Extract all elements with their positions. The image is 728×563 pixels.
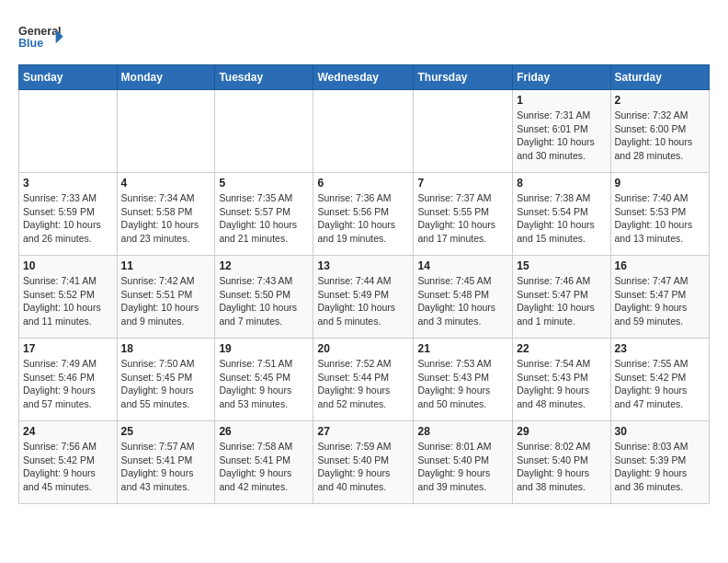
day-number: 22 [517,342,606,355]
day-info: Sunrise: 7:57 AM Sunset: 5:41 PM Dayligh… [121,440,211,494]
calendar-cell [215,90,313,173]
calendar-table: SundayMondayTuesdayWednesdayThursdayFrid… [18,64,710,504]
calendar-cell: 5Sunrise: 7:35 AM Sunset: 5:57 PM Daylig… [215,173,313,256]
calendar-week-4: 17Sunrise: 7:49 AM Sunset: 5:46 PM Dayli… [19,339,710,421]
weekday-header-friday: Friday [513,65,610,90]
calendar-cell: 17Sunrise: 7:49 AM Sunset: 5:46 PM Dayli… [19,339,118,421]
calendar-cell: 26Sunrise: 7:58 AM Sunset: 5:41 PM Dayli… [215,421,313,504]
day-info: Sunrise: 8:03 AM Sunset: 5:39 PM Dayligh… [615,440,705,494]
day-number: 1 [517,94,606,107]
day-number: 10 [23,259,113,272]
day-info: Sunrise: 8:02 AM Sunset: 5:40 PM Dayligh… [517,440,606,494]
calendar-cell [313,90,414,173]
calendar-cell [117,90,215,173]
calendar-cell: 13Sunrise: 7:44 AM Sunset: 5:49 PM Dayli… [313,256,414,339]
calendar-cell: 8Sunrise: 7:38 AM Sunset: 5:54 PM Daylig… [513,173,610,256]
day-number: 12 [219,259,309,272]
calendar-cell: 18Sunrise: 7:50 AM Sunset: 5:45 PM Dayli… [117,339,215,421]
day-info: Sunrise: 7:32 AM Sunset: 6:00 PM Dayligh… [615,109,705,163]
calendar-cell: 16Sunrise: 7:47 AM Sunset: 5:47 PM Dayli… [610,256,709,339]
calendar-week-5: 24Sunrise: 7:56 AM Sunset: 5:42 PM Dayli… [19,421,710,504]
calendar-cell: 12Sunrise: 7:43 AM Sunset: 5:50 PM Dayli… [215,256,313,339]
day-info: Sunrise: 7:51 AM Sunset: 5:45 PM Dayligh… [219,357,309,411]
day-info: Sunrise: 7:46 AM Sunset: 5:47 PM Dayligh… [517,274,606,328]
day-info: Sunrise: 7:35 AM Sunset: 5:57 PM Dayligh… [219,191,309,246]
calendar-cell: 29Sunrise: 8:02 AM Sunset: 5:40 PM Dayli… [513,421,610,504]
day-number: 13 [317,259,409,272]
calendar-cell: 2Sunrise: 7:32 AM Sunset: 6:00 PM Daylig… [610,90,709,173]
day-number: 15 [517,259,606,272]
logo: GeneralBlue [18,18,64,55]
calendar-cell: 7Sunrise: 7:37 AM Sunset: 5:55 PM Daylig… [414,173,513,256]
calendar-cell: 20Sunrise: 7:52 AM Sunset: 5:44 PM Dayli… [313,339,414,421]
day-info: Sunrise: 7:45 AM Sunset: 5:48 PM Dayligh… [417,274,508,328]
day-number: 3 [23,177,113,190]
logo-svg: GeneralBlue [18,18,64,55]
calendar-cell: 9Sunrise: 7:40 AM Sunset: 5:53 PM Daylig… [610,173,709,256]
calendar-cell: 25Sunrise: 7:57 AM Sunset: 5:41 PM Dayli… [117,421,215,504]
day-info: Sunrise: 7:42 AM Sunset: 5:51 PM Dayligh… [121,274,211,328]
day-number: 18 [121,342,211,355]
day-info: Sunrise: 7:36 AM Sunset: 5:56 PM Dayligh… [317,191,409,246]
calendar-cell: 11Sunrise: 7:42 AM Sunset: 5:51 PM Dayli… [117,256,215,339]
day-info: Sunrise: 7:41 AM Sunset: 5:52 PM Dayligh… [23,274,113,328]
weekday-header-row: SundayMondayTuesdayWednesdayThursdayFrid… [19,65,710,90]
calendar-cell: 23Sunrise: 7:55 AM Sunset: 5:42 PM Dayli… [610,339,709,421]
day-number: 4 [121,177,211,190]
day-number: 29 [517,425,606,438]
day-number: 21 [417,342,508,355]
day-info: Sunrise: 7:37 AM Sunset: 5:55 PM Dayligh… [417,191,508,246]
day-number: 9 [615,177,705,190]
calendar-cell: 28Sunrise: 8:01 AM Sunset: 5:40 PM Dayli… [414,421,513,504]
day-number: 5 [219,177,309,190]
day-info: Sunrise: 7:33 AM Sunset: 5:59 PM Dayligh… [23,191,113,246]
day-number: 30 [615,425,705,438]
day-info: Sunrise: 7:47 AM Sunset: 5:47 PM Dayligh… [615,274,705,328]
weekday-header-monday: Monday [117,65,215,90]
calendar-cell: 19Sunrise: 7:51 AM Sunset: 5:45 PM Dayli… [215,339,313,421]
day-info: Sunrise: 7:55 AM Sunset: 5:42 PM Dayligh… [615,357,705,411]
calendar-week-3: 10Sunrise: 7:41 AM Sunset: 5:52 PM Dayli… [19,256,710,339]
calendar-cell: 22Sunrise: 7:54 AM Sunset: 5:43 PM Dayli… [513,339,610,421]
day-number: 23 [615,342,705,355]
day-number: 2 [615,94,705,107]
day-number: 14 [417,259,508,272]
day-number: 27 [317,425,409,438]
calendar-cell: 1Sunrise: 7:31 AM Sunset: 6:01 PM Daylig… [513,90,610,173]
day-number: 16 [615,259,705,272]
calendar-cell: 4Sunrise: 7:34 AM Sunset: 5:58 PM Daylig… [117,173,215,256]
weekday-header-thursday: Thursday [414,65,513,90]
day-number: 7 [417,177,508,190]
calendar-cell: 10Sunrise: 7:41 AM Sunset: 5:52 PM Dayli… [19,256,118,339]
day-info: Sunrise: 7:38 AM Sunset: 5:54 PM Dayligh… [517,191,606,246]
day-info: Sunrise: 7:54 AM Sunset: 5:43 PM Dayligh… [517,357,606,411]
day-info: Sunrise: 8:01 AM Sunset: 5:40 PM Dayligh… [417,440,508,494]
page-header: GeneralBlue [18,18,710,55]
day-info: Sunrise: 7:53 AM Sunset: 5:43 PM Dayligh… [417,357,508,411]
day-info: Sunrise: 7:34 AM Sunset: 5:58 PM Dayligh… [121,191,211,246]
day-number: 20 [317,342,409,355]
calendar-cell: 3Sunrise: 7:33 AM Sunset: 5:59 PM Daylig… [19,173,118,256]
calendar-cell: 27Sunrise: 7:59 AM Sunset: 5:40 PM Dayli… [313,421,414,504]
calendar-cell: 6Sunrise: 7:36 AM Sunset: 5:56 PM Daylig… [313,173,414,256]
day-info: Sunrise: 7:49 AM Sunset: 5:46 PM Dayligh… [23,357,113,411]
calendar-week-2: 3Sunrise: 7:33 AM Sunset: 5:59 PM Daylig… [19,173,710,256]
day-number: 19 [219,342,309,355]
weekday-header-saturday: Saturday [610,65,709,90]
svg-text:Blue: Blue [18,37,43,50]
day-info: Sunrise: 7:43 AM Sunset: 5:50 PM Dayligh… [219,274,309,328]
calendar-cell: 14Sunrise: 7:45 AM Sunset: 5:48 PM Dayli… [414,256,513,339]
day-info: Sunrise: 7:59 AM Sunset: 5:40 PM Dayligh… [317,440,409,494]
day-info: Sunrise: 7:58 AM Sunset: 5:41 PM Dayligh… [219,440,309,494]
day-number: 28 [417,425,508,438]
calendar-cell [19,90,118,173]
calendar-week-1: 1Sunrise: 7:31 AM Sunset: 6:01 PM Daylig… [19,90,710,173]
day-number: 6 [317,177,409,190]
calendar-cell [414,90,513,173]
day-number: 26 [219,425,309,438]
day-info: Sunrise: 7:44 AM Sunset: 5:49 PM Dayligh… [317,274,409,328]
day-number: 11 [121,259,211,272]
weekday-header-tuesday: Tuesday [215,65,313,90]
day-info: Sunrise: 7:52 AM Sunset: 5:44 PM Dayligh… [317,357,409,411]
calendar-cell: 24Sunrise: 7:56 AM Sunset: 5:42 PM Dayli… [19,421,118,504]
